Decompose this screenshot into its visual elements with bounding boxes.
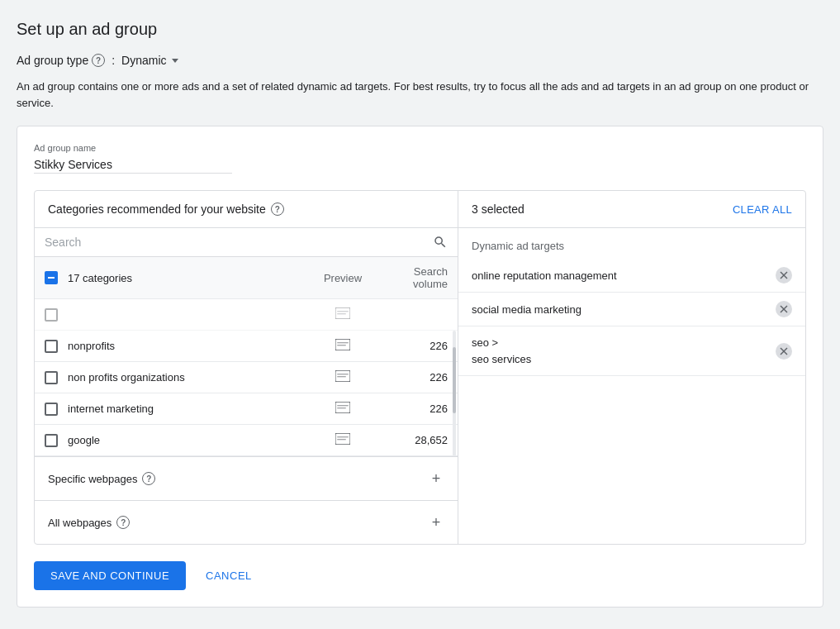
specific-webpages-label: Specific webpages ?: [48, 472, 160, 485]
all-webpages-row[interactable]: All webpages ? +: [35, 500, 458, 544]
specific-webpages-row[interactable]: Specific webpages ? +: [35, 456, 458, 500]
categories-inner: Categories recommended for your website …: [35, 191, 805, 544]
specific-webpages-text: Specific webpages: [48, 473, 137, 485]
svg-rect-6: [335, 370, 350, 382]
categories-header-text: Categories recommended for your website: [48, 203, 266, 216]
specific-webpages-help-icon[interactable]: ?: [142, 472, 155, 485]
dropdown-arrow-icon: [172, 59, 178, 63]
target-name-2: social media marketing: [472, 303, 776, 316]
categories-help-icon[interactable]: ?: [271, 203, 284, 216]
category-name-google: google: [68, 434, 304, 446]
remove-target-3-button[interactable]: [776, 343, 792, 360]
ad-group-type-help-icon[interactable]: ?: [92, 54, 105, 67]
all-webpages-label: All webpages ?: [48, 516, 135, 529]
remove-target-2-button[interactable]: [776, 301, 792, 317]
svg-rect-9: [335, 402, 350, 413]
preview-column-header: Preview: [314, 272, 372, 284]
dynamic-targets-label: Dynamic ad targets: [458, 228, 805, 259]
preview-icon-internet-marketing[interactable]: [314, 402, 372, 416]
ad-group-name-input[interactable]: [34, 156, 232, 174]
all-webpages-text: All webpages: [48, 517, 112, 529]
search-icon: [433, 235, 448, 250]
category-all-label: 17 categories: [68, 272, 304, 284]
all-webpages-add-icon[interactable]: +: [428, 514, 444, 531]
category-name-nonprofit-orgs: non profits organizations: [68, 371, 304, 384]
checkbox-nonprofit-orgs[interactable]: [45, 371, 58, 384]
svg-rect-3: [335, 339, 350, 350]
ad-group-type-row: Ad group type ? : Dynamic: [17, 54, 823, 67]
checkbox-google[interactable]: [45, 434, 58, 447]
ad-group-type-label: Ad group type: [17, 54, 88, 67]
category-name-internet-marketing: internet marketing: [68, 403, 304, 415]
selected-count: 3 selected: [472, 203, 524, 216]
all-webpages-help-icon[interactable]: ?: [116, 516, 130, 529]
save-and-continue-button[interactable]: SAVE AND CONTINUE: [34, 561, 186, 590]
category-row: internet marketing 226: [35, 393, 458, 425]
category-row: non profits organizations 226: [35, 362, 458, 393]
category-all-row[interactable]: 17 categories Preview Search volume: [35, 257, 458, 299]
ad-group-type-value: Dynamic: [121, 54, 166, 67]
search-container: [35, 228, 458, 257]
category-row: google 28,652: [35, 425, 458, 456]
preview-icon-blurred[interactable]: [314, 307, 372, 322]
target-item: seo >seo services: [458, 326, 805, 376]
page-title: Set up an ad group: [17, 20, 823, 39]
checkbox-nonprofits[interactable]: [45, 340, 58, 353]
svg-rect-0: [335, 307, 350, 319]
target-item: online reputation management: [458, 259, 805, 293]
target-item: social media marketing: [458, 293, 805, 326]
categories-list: nonprofits 226 non profits organizations: [35, 331, 458, 456]
svg-rect-12: [335, 433, 350, 445]
select-all-checkbox[interactable]: [45, 271, 58, 284]
ad-group-type-colon: :: [112, 54, 115, 67]
categories-panel-header: Categories recommended for your website …: [35, 191, 458, 228]
ad-group-type-dropdown[interactable]: Dynamic: [121, 54, 178, 67]
checkbox-internet-marketing[interactable]: [45, 403, 58, 416]
main-card: Ad group name Categories recommended for…: [17, 126, 823, 608]
cancel-button[interactable]: CANCEL: [199, 561, 259, 590]
ad-group-name-label: Ad group name: [34, 143, 806, 153]
volume-internet-marketing: 226: [382, 403, 448, 415]
category-name-nonprofits: nonprofits: [68, 340, 304, 352]
ad-group-name-section: Ad group name: [34, 143, 806, 174]
volume-column-header: Search volume: [382, 265, 448, 290]
volume-google: 28,652: [382, 434, 448, 446]
bottom-actions: SAVE AND CONTINUE CANCEL: [34, 545, 806, 590]
preview-icon-nonprofit-orgs[interactable]: [314, 370, 372, 384]
target-name-3: seo >seo services: [472, 335, 776, 367]
preview-icon-nonprofits[interactable]: [314, 339, 372, 353]
scrollbar-thumb[interactable]: [453, 347, 456, 413]
categories-section: Categories recommended for your website …: [34, 190, 806, 545]
preview-icon-google[interactable]: [314, 433, 372, 447]
volume-nonprofits: 226: [382, 340, 448, 352]
description-text: An ad group contains one or more ads and…: [17, 79, 823, 111]
left-panel: Categories recommended for your website …: [35, 191, 458, 544]
category-row-blurred: [35, 299, 458, 331]
right-panel-header: 3 selected CLEAR ALL: [458, 191, 805, 228]
target-name-1: online reputation management: [472, 269, 776, 282]
remove-target-1-button[interactable]: [776, 267, 792, 284]
right-panel: 3 selected CLEAR ALL Dynamic ad targets …: [458, 191, 805, 544]
volume-nonprofit-orgs: 226: [382, 371, 448, 384]
search-input[interactable]: [45, 236, 426, 249]
scrollbar-track: [453, 331, 456, 456]
clear-all-button[interactable]: CLEAR ALL: [733, 203, 792, 216]
category-row: nonprofits 226: [35, 331, 458, 362]
checkbox-blurred[interactable]: [45, 308, 58, 322]
specific-webpages-add-icon[interactable]: +: [428, 470, 444, 487]
